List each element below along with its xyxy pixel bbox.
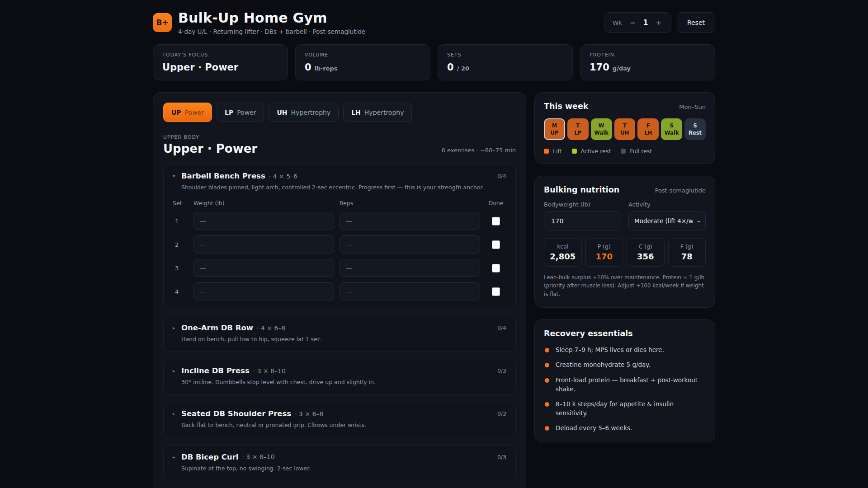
macro-label: C (g) <box>629 243 662 250</box>
exercise-note: Back flat to bench, neutral or pronated … <box>181 421 506 429</box>
done-cell <box>486 264 506 272</box>
macro-value: 356 <box>629 252 662 261</box>
stat-value: 0 <box>305 62 311 73</box>
exercise-progress: 0/4 <box>497 173 506 179</box>
section-meta: 6 exercises · ~60–75 min <box>442 147 516 155</box>
legend-item: Full rest <box>621 148 652 155</box>
day-tile-walk: WWalk <box>591 118 612 140</box>
reset-button[interactable]: Reset <box>677 12 715 33</box>
app-header: B+ Bulk-Up Home Gym 4-day U/L · Returnin… <box>153 10 715 35</box>
tab-abbr: LP <box>225 109 233 116</box>
weight-col-header: Weight (lb) <box>193 200 334 206</box>
day-tag: LP <box>574 130 581 136</box>
exercise-header[interactable]: ▸DB Bicep Curl· 3 × 8–100/3 <box>173 453 506 461</box>
stats-row: TODAY'S FOCUSUpper · PowerVOLUME0lb·reps… <box>153 44 715 80</box>
exercise-progress: 0/3 <box>497 410 506 417</box>
done-checkbox[interactable] <box>492 240 500 249</box>
done-checkbox[interactable] <box>492 217 500 225</box>
workout-panel: UPPowerLPPowerUHHypertrophyLHHypertrophy… <box>153 92 526 488</box>
exercise-scheme: · 3 × 6–8 <box>295 410 323 418</box>
tab-label: Power <box>185 109 204 116</box>
set-row: 2 <box>173 235 506 253</box>
stat-unit: lb·reps <box>315 65 338 72</box>
set-row: 3 <box>173 259 506 277</box>
activity-label: Activity <box>628 201 706 208</box>
exercise-scheme: · 3 × 8–10 <box>253 367 286 375</box>
day-tile-rest: SRest <box>684 118 706 140</box>
tab-uh[interactable]: UHHypertrophy <box>269 103 339 122</box>
recovery-text: Deload every 5–6 weeks. <box>556 424 632 433</box>
day-tag: UH <box>621 130 629 136</box>
bodyweight-input[interactable] <box>544 211 621 230</box>
week-label: Wk <box>613 19 622 26</box>
reps-input[interactable] <box>340 212 480 230</box>
done-checkbox[interactable] <box>492 264 500 272</box>
macro-value: 2,805 <box>546 252 580 261</box>
weight-input[interactable] <box>193 259 334 277</box>
macro-card: P (g)170 <box>585 238 623 267</box>
exercise-progress: 0/3 <box>497 367 506 374</box>
nutrition-panel: Bulking nutrition Post-semaglutide Bodyw… <box>534 176 715 308</box>
stat-card: PROTEIN170g/day <box>580 44 715 80</box>
tab-lp[interactable]: LPPower <box>217 103 264 122</box>
macro-label: P (g) <box>588 243 621 250</box>
section-head: UPPER BODY Upper · Power 6 exercises · ~… <box>163 134 516 155</box>
weight-input[interactable] <box>193 235 334 253</box>
legend-label: Full rest <box>630 148 652 155</box>
tab-abbr: LH <box>351 109 361 116</box>
day-tile-up: MUP <box>544 118 565 140</box>
tab-label: Hypertrophy <box>291 109 331 116</box>
legend-item: Lift <box>544 148 562 155</box>
legend-label: Active rest <box>581 148 611 155</box>
tab-lh[interactable]: LHHypertrophy <box>343 103 412 122</box>
recovery-text: Sleep 7–9 h; MPS lives or dies here. <box>556 346 664 355</box>
section-title: Upper · Power <box>163 142 257 155</box>
week-legend: LiftActive restFull rest <box>544 148 706 155</box>
reps-input[interactable] <box>340 259 480 277</box>
nutrition-note: Lean-bulk surplus +10% over maintenance.… <box>544 273 706 298</box>
reps-input[interactable] <box>340 235 480 253</box>
list-item: 8–10 k steps/day for appetite & insulin … <box>544 400 706 418</box>
tab-up[interactable]: UPPower <box>163 103 212 122</box>
stat-card: SETS0/ 20 <box>438 44 573 80</box>
day-tag: LH <box>644 130 652 136</box>
weight-input[interactable] <box>193 282 334 300</box>
recovery-text: Front-load protein — breakfast + post-wo… <box>556 376 706 394</box>
week-decrement-button[interactable]: − <box>629 19 637 27</box>
week-panel-range: Mon–Sun <box>679 103 706 110</box>
legend-label: Lift <box>553 148 562 155</box>
day-letter: M <box>552 122 557 129</box>
app-logo-icon: B+ <box>153 13 172 32</box>
legend-item: Active rest <box>572 148 611 155</box>
title-block: Bulk-Up Home Gym 4-day U/L · Returning l… <box>178 10 604 35</box>
recovery-panel-title: Recovery essentials <box>544 329 633 338</box>
list-item: Deload every 5–6 weeks. <box>544 424 706 433</box>
expand-arrow-icon: ▸ <box>173 411 177 416</box>
day-letter: F <box>646 122 650 129</box>
reps-input[interactable] <box>340 282 480 300</box>
exercise-header[interactable]: ▸Incline DB Press· 3 × 8–100/3 <box>173 366 506 375</box>
exercise-name: Barbell Bench Press <box>181 172 265 180</box>
bullet-dot-icon <box>545 426 549 431</box>
exercise-card: ▾Barbell Bench Press· 4 × 5–60/4Shoulder… <box>163 164 516 309</box>
exercise-header[interactable]: ▾Barbell Bench Press· 4 × 5–60/4 <box>173 172 506 180</box>
exercise-header[interactable]: ▸One-Arm DB Row· 4 × 6–80/4 <box>173 324 506 332</box>
bullet-dot-icon <box>545 402 549 407</box>
day-tile-uh: TUH <box>614 118 636 140</box>
set-number: 2 <box>173 241 188 248</box>
weight-input[interactable] <box>193 212 334 230</box>
tab-abbr: UP <box>171 109 181 116</box>
macro-label: F (g) <box>670 243 704 250</box>
week-increment-button[interactable]: + <box>655 19 662 27</box>
exercise-header[interactable]: ▸Seated DB Shoulder Press· 3 × 6–80/3 <box>173 409 506 418</box>
legend-swatch-icon <box>544 149 549 154</box>
exercise-progress: 0/3 <box>497 454 506 460</box>
set-col-header: Set <box>173 200 188 206</box>
activity-field-group: Activity Moderate (lift 4×/wk) ⌄ <box>628 201 706 230</box>
reps-col-header: Reps <box>340 200 480 206</box>
done-checkbox[interactable] <box>492 287 500 296</box>
week-panel-title: This week <box>544 102 588 111</box>
nutrition-panel-title: Bulking nutrition <box>544 185 619 194</box>
activity-select[interactable]: Moderate (lift 4×/wk) <box>628 211 706 230</box>
set-number: 3 <box>173 265 188 272</box>
